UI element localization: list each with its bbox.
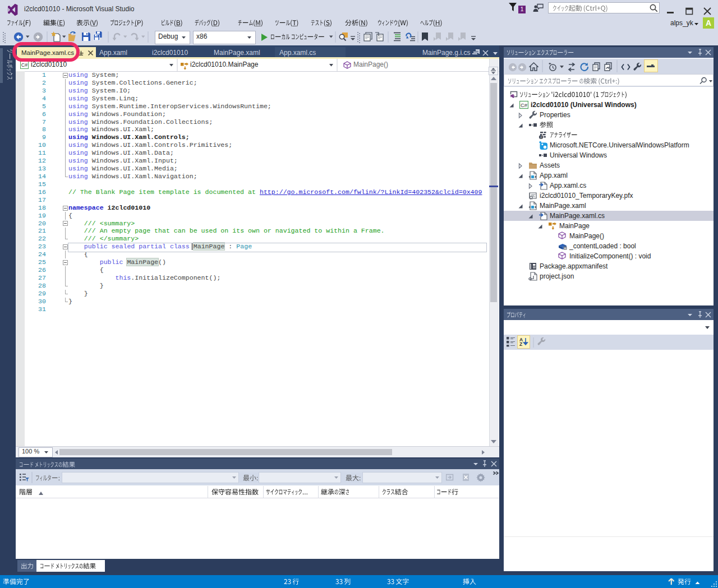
svg-text:C#: C# xyxy=(521,102,528,108)
svg-text:Z: Z xyxy=(519,341,522,346)
svg-text:C#: C# xyxy=(21,62,28,68)
svg-text:i: i xyxy=(540,135,541,140)
